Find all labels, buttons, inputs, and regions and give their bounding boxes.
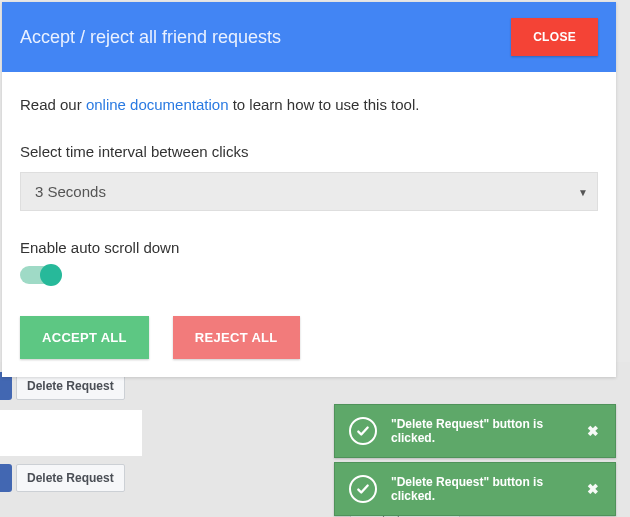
intro-prefix: Read our (20, 96, 86, 113)
reject-all-button[interactable]: REJECT ALL (173, 316, 300, 359)
dialog-title: Accept / reject all friend requests (20, 27, 281, 48)
check-icon (349, 417, 377, 445)
toast-notification: "Delete Request" button is clicked. ✖ (334, 462, 616, 516)
interval-label: Select time interval between clicks (20, 143, 598, 160)
confirm-button-stub[interactable] (0, 464, 12, 492)
dialog: Accept / reject all friend requests CLOS… (2, 2, 616, 377)
interval-select[interactable]: 3 Seconds (20, 172, 598, 211)
row-divider (0, 410, 142, 456)
interval-select-wrap: 3 Seconds ▼ (20, 172, 598, 211)
toast-notification: "Delete Request" button is clicked. ✖ (334, 404, 616, 458)
toast-message: "Delete Request" button is clicked. (391, 417, 585, 445)
documentation-link[interactable]: online documentation (86, 96, 229, 113)
intro-text: Read our online documentation to learn h… (20, 96, 598, 113)
autoscroll-label: Enable auto scroll down (20, 239, 598, 256)
toast-close-icon[interactable]: ✖ (585, 423, 601, 439)
intro-suffix: to learn how to use this tool. (228, 96, 419, 113)
accept-all-button[interactable]: ACCEPT ALL (20, 316, 149, 359)
action-buttons: ACCEPT ALL REJECT ALL (20, 316, 598, 359)
friend-request-row: Delete Request (0, 464, 125, 492)
dialog-header: Accept / reject all friend requests CLOS… (2, 2, 616, 72)
dialog-body: Read our online documentation to learn h… (2, 72, 616, 377)
check-icon (349, 475, 377, 503)
delete-request-button[interactable]: Delete Request (16, 464, 125, 492)
close-button[interactable]: CLOSE (511, 18, 598, 56)
toast-message: "Delete Request" button is clicked. (391, 475, 585, 503)
autoscroll-toggle[interactable] (20, 266, 60, 284)
toggle-knob (40, 264, 62, 286)
toast-close-icon[interactable]: ✖ (585, 481, 601, 497)
